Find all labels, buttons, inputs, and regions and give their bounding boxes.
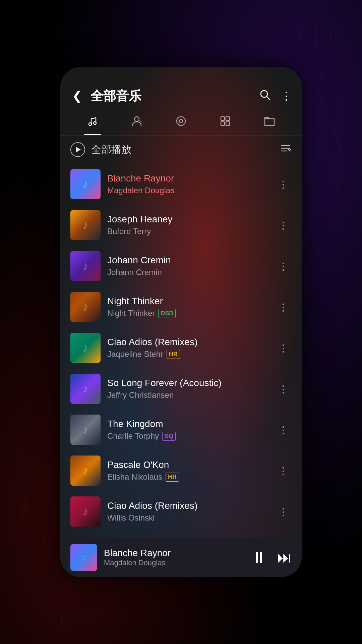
back-button[interactable]: ❮: [70, 87, 84, 105]
svg-point-2: [89, 123, 92, 125]
song-thumbnail: [70, 210, 101, 240]
play-all-button[interactable]: [70, 142, 85, 157]
tab-playlists[interactable]: [219, 115, 232, 135]
song-thumbnail: [70, 251, 101, 281]
more-options-icon[interactable]: ⋮: [281, 90, 292, 102]
song-artist: Jeffry Christiansen: [107, 390, 174, 400]
more-options-button[interactable]: ⋮: [275, 380, 292, 398]
grid-icon: [219, 115, 232, 130]
pause-button[interactable]: ⏸: [251, 548, 267, 567]
song-artist-row: Jeffry Christiansen: [107, 390, 268, 400]
nav-tabs: [60, 111, 302, 136]
song-title: Night Thinker: [107, 296, 268, 307]
song-info: Joseph Heaney Buford Terry: [107, 214, 268, 236]
song-artist-row: Magdalen Douglas: [107, 186, 268, 195]
song-artist: Elisha Nikolaus: [107, 472, 162, 482]
song-title: Ciao Adios (Remixes): [107, 337, 268, 347]
song-title: Pascale O'Kon: [107, 460, 268, 470]
quality-badge: DSD: [158, 309, 176, 318]
song-thumbnail: [70, 169, 101, 199]
song-artist: Magdalen Douglas: [107, 186, 174, 195]
song-info: Night Thinker Night Thinker DSD: [107, 296, 268, 318]
more-options-button[interactable]: ⋮: [275, 421, 292, 439]
header: ❮ 全部音乐 ⋮: [60, 84, 302, 111]
more-options-button[interactable]: ⋮: [275, 462, 292, 480]
svg-rect-10: [221, 122, 225, 125]
svg-rect-11: [226, 122, 230, 125]
more-options-button[interactable]: ⋮: [275, 502, 292, 521]
page-title: 全部音乐: [90, 88, 252, 105]
sort-icon[interactable]: [280, 142, 292, 157]
phone-container: ❮ 全部音乐 ⋮: [60, 67, 302, 577]
svg-point-3: [94, 122, 96, 124]
song-thumbnail: [70, 496, 101, 527]
next-button[interactable]: ⏭: [277, 549, 292, 566]
tab-songs[interactable]: [86, 115, 99, 135]
svg-rect-9: [226, 117, 230, 120]
song-title: So Long Forever (Acoustic): [107, 378, 268, 388]
svg-line-1: [266, 96, 270, 100]
song-artist-row: Night Thinker DSD: [107, 309, 268, 318]
now-playing-bar[interactable]: Blanche Raynor Magdalen Douglas ⏸ ⏭: [60, 538, 302, 577]
now-playing-info: Blanche Raynor Magdalen Douglas: [104, 548, 244, 567]
song-info: The Kingdom Charlie Torphy SQ: [107, 419, 268, 441]
song-title: Blanche Raynor: [107, 173, 268, 184]
song-thumbnail: [70, 374, 101, 404]
play-all-bar: 全部播放: [60, 136, 302, 164]
now-playing-thumbnail: [70, 544, 97, 571]
song-title: The Kingdom: [107, 419, 268, 429]
person-icon: [130, 115, 143, 130]
song-artist-row: Willis Osinski: [107, 513, 268, 523]
song-artist: Buford Terry: [107, 227, 151, 236]
song-info: Blanche Raynor Magdalen Douglas: [107, 173, 268, 195]
playback-controls: ⏸ ⏭: [251, 548, 292, 567]
quality-badge: SQ: [162, 432, 176, 441]
song-info: Johann Cremin Johann Cremin: [107, 255, 268, 277]
song-artist-row: Johann Cremin: [107, 268, 268, 277]
tab-folders[interactable]: [263, 115, 276, 135]
song-info: So Long Forever (Acoustic) Jeffry Christ…: [107, 378, 268, 400]
list-item[interactable]: Johann Cremin Johann Cremin ⋮: [60, 246, 302, 286]
list-item[interactable]: Pascale O'Kon Elisha Nikolaus HR ⋮: [60, 450, 302, 491]
song-info: Ciao Adios (Remixes) Willis Osinski: [107, 500, 268, 523]
list-item[interactable]: So Long Forever (Acoustic) Jeffry Christ…: [60, 368, 302, 409]
album-icon: [175, 115, 187, 130]
list-item[interactable]: Night Thinker Night Thinker DSD ⋮: [60, 286, 302, 327]
list-item[interactable]: Blanche Raynor Magdalen Douglas ⋮: [60, 164, 302, 205]
music-note-icon: [86, 115, 99, 130]
song-artist-row: Jaqueline Stehr HR: [107, 350, 268, 359]
more-options-button[interactable]: ⋮: [275, 339, 292, 357]
song-artist-row: Elisha Nikolaus HR: [107, 472, 268, 482]
song-artist: Willis Osinski: [107, 513, 155, 523]
song-title: Ciao Adios (Remixes): [107, 500, 268, 511]
search-icon[interactable]: [259, 89, 271, 103]
song-artist: Jaqueline Stehr: [107, 350, 163, 359]
song-artist: Night Thinker: [107, 309, 155, 318]
status-bar: [60, 67, 302, 84]
svg-rect-8: [221, 117, 225, 120]
more-options-button[interactable]: ⋮: [275, 257, 292, 275]
list-item[interactable]: The Kingdom Charlie Torphy SQ ⋮: [60, 409, 302, 450]
header-icons: ⋮: [259, 89, 292, 103]
song-title: Joseph Heaney: [107, 214, 268, 225]
more-options-button[interactable]: ⋮: [275, 216, 292, 234]
more-options-button[interactable]: ⋮: [275, 175, 292, 194]
song-artist: Johann Cremin: [107, 268, 162, 277]
svg-point-4: [134, 117, 139, 121]
list-item[interactable]: Joseph Heaney Buford Terry ⋮: [60, 205, 302, 246]
list-item[interactable]: Ciao Adios (Remixes) Willis Osinski ⋮: [60, 491, 302, 532]
song-artist-row: Buford Terry: [107, 227, 268, 236]
quality-badge: HR: [167, 350, 180, 359]
folder-icon: [263, 115, 276, 130]
tab-albums[interactable]: [175, 115, 187, 135]
song-info: Pascale O'Kon Elisha Nikolaus HR: [107, 460, 268, 482]
song-thumbnail: [70, 333, 101, 363]
song-list: Blanche Raynor Magdalen Douglas ⋮ Joseph…: [60, 164, 302, 538]
quality-badge: HR: [166, 473, 179, 482]
tab-artists[interactable]: [130, 115, 143, 135]
song-thumbnail: [70, 415, 101, 445]
song-thumbnail: [70, 292, 101, 322]
list-item[interactable]: Ciao Adios (Remixes) Jaqueline Stehr HR …: [60, 327, 302, 368]
play-all-label: 全部播放: [91, 143, 274, 157]
more-options-button[interactable]: ⋮: [275, 298, 292, 316]
